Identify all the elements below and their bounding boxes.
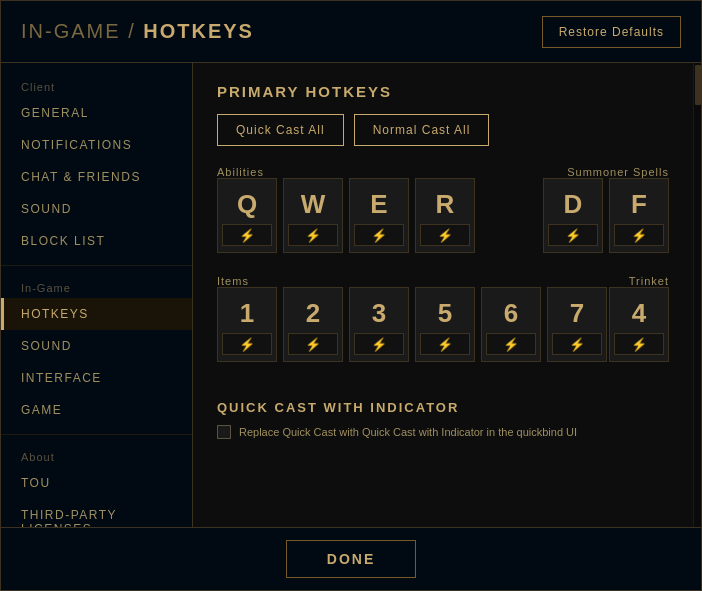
lightning-icon-r: ⚡	[437, 228, 453, 243]
key-letter-f: F	[631, 191, 647, 217]
abilities-group: Abilities Q ⚡ W ⚡	[217, 166, 475, 253]
summoner-keys: D ⚡ F ⚡	[543, 178, 669, 253]
summoner-group: Summoner Spells D ⚡ F ⚡	[543, 166, 669, 253]
items-trinket-row: Items 1 ⚡ 2 ⚡	[217, 275, 669, 380]
quick-cast-indicator-section: QUICK CAST WITH INDICATOR Replace Quick …	[217, 400, 669, 439]
quick-cast-all-button[interactable]: Quick Cast All	[217, 114, 344, 146]
sidebar-item-block-list[interactable]: BLOCK LIST	[1, 225, 192, 257]
summoner-key-f[interactable]: F ⚡	[609, 178, 669, 253]
lightning-icon-6: ⚡	[503, 337, 519, 352]
quick-cast-checkbox-row: Replace Quick Cast with Quick Cast with …	[217, 425, 669, 439]
sidebar-item-game[interactable]: GAME	[1, 394, 192, 426]
done-button[interactable]: DONE	[286, 540, 416, 578]
item-key-3[interactable]: 3 ⚡	[349, 287, 409, 362]
header: IN-GAME / HOTKEYS Restore Defaults	[1, 1, 701, 63]
scroll-track	[694, 65, 701, 527]
key-letter-6: 6	[504, 300, 518, 326]
item-key-1[interactable]: 1 ⚡	[217, 287, 277, 362]
trinket-group: Trinket 4 ⚡	[609, 275, 669, 362]
item-key-2[interactable]: 2 ⚡	[283, 287, 343, 362]
breadcrumb: IN-GAME / HOTKEYS	[21, 20, 254, 43]
trinket-label: Trinket	[629, 275, 669, 287]
summoner-key-d[interactable]: D ⚡	[543, 178, 603, 253]
sidebar-item-sound-client[interactable]: SOUND	[1, 193, 192, 225]
items-label: Items	[217, 275, 607, 287]
lightning-icon-q: ⚡	[239, 228, 255, 243]
key-bottom-6: ⚡	[486, 333, 536, 355]
key-bottom-e: ⚡	[354, 224, 404, 246]
key-bottom-d: ⚡	[548, 224, 598, 246]
key-letter-7: 7	[570, 300, 584, 326]
key-bottom-3: ⚡	[354, 333, 404, 355]
abilities-summoner-row: Abilities Q ⚡ W ⚡	[217, 166, 669, 271]
trinket-key-4[interactable]: 4 ⚡	[609, 287, 669, 362]
key-letter-e: E	[370, 191, 387, 217]
key-bottom-f: ⚡	[614, 224, 664, 246]
sidebar-about-label: About	[1, 443, 192, 467]
restore-defaults-button[interactable]: Restore Defaults	[542, 16, 681, 48]
sidebar-item-tou[interactable]: TOU	[1, 467, 192, 499]
key-bottom-7: ⚡	[552, 333, 602, 355]
primary-hotkeys-title: PRIMARY HOTKEYS	[217, 83, 669, 100]
lightning-icon-f: ⚡	[631, 228, 647, 243]
item-key-6[interactable]: 6 ⚡	[481, 287, 541, 362]
sidebar-divider-2	[1, 434, 192, 435]
key-letter-1: 1	[240, 300, 254, 326]
lightning-icon-e: ⚡	[371, 228, 387, 243]
lightning-icon-3: ⚡	[371, 337, 387, 352]
cast-buttons-group: Quick Cast All Normal Cast All	[217, 114, 669, 146]
quick-cast-checkbox-label: Replace Quick Cast with Quick Cast with …	[239, 426, 577, 438]
footer: DONE	[1, 527, 701, 590]
sidebar: Client GENERAL NOTIFICATIONS CHAT & FRIE…	[1, 63, 193, 527]
breadcrumb-light: IN-GAME	[21, 20, 121, 42]
sidebar-ingame-label: In-Game	[1, 274, 192, 298]
ability-key-r[interactable]: R ⚡	[415, 178, 475, 253]
lightning-icon-w: ⚡	[305, 228, 321, 243]
lightning-icon-d: ⚡	[565, 228, 581, 243]
key-bottom-2: ⚡	[288, 333, 338, 355]
sidebar-item-third-party[interactable]: THIRD-PARTY LICENSES	[1, 499, 192, 527]
key-bottom-r: ⚡	[420, 224, 470, 246]
normal-cast-all-button[interactable]: Normal Cast All	[354, 114, 490, 146]
summoner-label: Summoner Spells	[567, 166, 669, 178]
key-bottom-4: ⚡	[614, 333, 664, 355]
quick-cast-checkbox[interactable]	[217, 425, 231, 439]
abilities-label: Abilities	[217, 166, 475, 178]
key-letter-5: 5	[438, 300, 452, 326]
scroll-thumb[interactable]	[695, 65, 701, 105]
lightning-icon-1: ⚡	[239, 337, 255, 352]
sidebar-item-interface[interactable]: INTERFACE	[1, 362, 192, 394]
sidebar-client-label: Client	[1, 73, 192, 97]
key-letter-3: 3	[372, 300, 386, 326]
ability-key-q[interactable]: Q ⚡	[217, 178, 277, 253]
quick-cast-indicator-title: QUICK CAST WITH INDICATOR	[217, 400, 669, 415]
sidebar-divider-1	[1, 265, 192, 266]
sidebar-item-sound-ingame[interactable]: SOUND	[1, 330, 192, 362]
sidebar-item-notifications[interactable]: NOTIFICATIONS	[1, 129, 192, 161]
trinket-keys: 4 ⚡	[609, 287, 669, 362]
key-letter-q: Q	[237, 191, 257, 217]
lightning-icon-2: ⚡	[305, 337, 321, 352]
ability-key-w[interactable]: W ⚡	[283, 178, 343, 253]
key-letter-2: 2	[306, 300, 320, 326]
lightning-icon-4: ⚡	[631, 337, 647, 352]
ability-key-e[interactable]: E ⚡	[349, 178, 409, 253]
key-bottom-5: ⚡	[420, 333, 470, 355]
key-letter-r: R	[436, 191, 455, 217]
key-bottom-q: ⚡	[222, 224, 272, 246]
lightning-icon-7: ⚡	[569, 337, 585, 352]
ability-keys: Q ⚡ W ⚡	[217, 178, 475, 253]
sidebar-item-general[interactable]: GENERAL	[1, 97, 192, 129]
key-bottom-w: ⚡	[288, 224, 338, 246]
key-letter-4: 4	[632, 300, 646, 326]
sidebar-item-hotkeys[interactable]: HOTKEYS	[1, 298, 192, 330]
content-area: PRIMARY HOTKEYS Quick Cast All Normal Ca…	[193, 63, 693, 527]
breadcrumb-bold: HOTKEYS	[143, 20, 254, 42]
key-letter-w: W	[301, 191, 326, 217]
lightning-icon-5: ⚡	[437, 337, 453, 352]
sidebar-item-chat-friends[interactable]: CHAT & FRIENDS	[1, 161, 192, 193]
scrollbar[interactable]	[693, 63, 701, 527]
item-key-7[interactable]: 7 ⚡	[547, 287, 607, 362]
item-keys: 1 ⚡ 2 ⚡	[217, 287, 607, 362]
item-key-5[interactable]: 5 ⚡	[415, 287, 475, 362]
